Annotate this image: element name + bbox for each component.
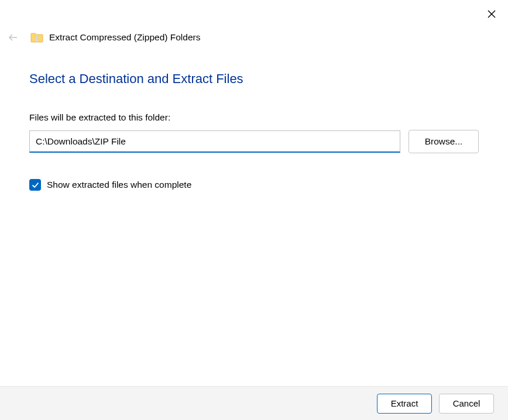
close-icon (488, 10, 496, 18)
page-heading: Select a Destination and Extract Files (29, 71, 479, 87)
show-files-checkbox-row: Show extracted files when complete (29, 179, 479, 191)
destination-row: Browse... (29, 130, 479, 153)
footer: Extract Cancel (0, 386, 508, 420)
destination-input[interactable] (29, 130, 400, 153)
svg-rect-3 (36, 35, 38, 42)
titlebar: Extract Compressed (Zipped) Folders (6, 30, 200, 44)
zip-folder-icon (30, 32, 43, 43)
checkmark-icon (32, 181, 39, 189)
cancel-button[interactable]: Cancel (439, 394, 494, 414)
destination-label: Files will be extracted to this folder: (29, 112, 479, 123)
browse-button[interactable]: Browse... (409, 130, 479, 153)
extract-button[interactable]: Extract (377, 394, 432, 414)
arrow-left-icon (8, 32, 18, 43)
show-files-checkbox[interactable] (29, 179, 41, 191)
close-button[interactable] (483, 6, 500, 22)
window-title: Extract Compressed (Zipped) Folders (49, 32, 200, 43)
show-files-checkbox-label: Show extracted files when complete (47, 180, 191, 190)
back-button[interactable] (6, 30, 20, 44)
content-area: Select a Destination and Extract Files F… (29, 71, 479, 191)
